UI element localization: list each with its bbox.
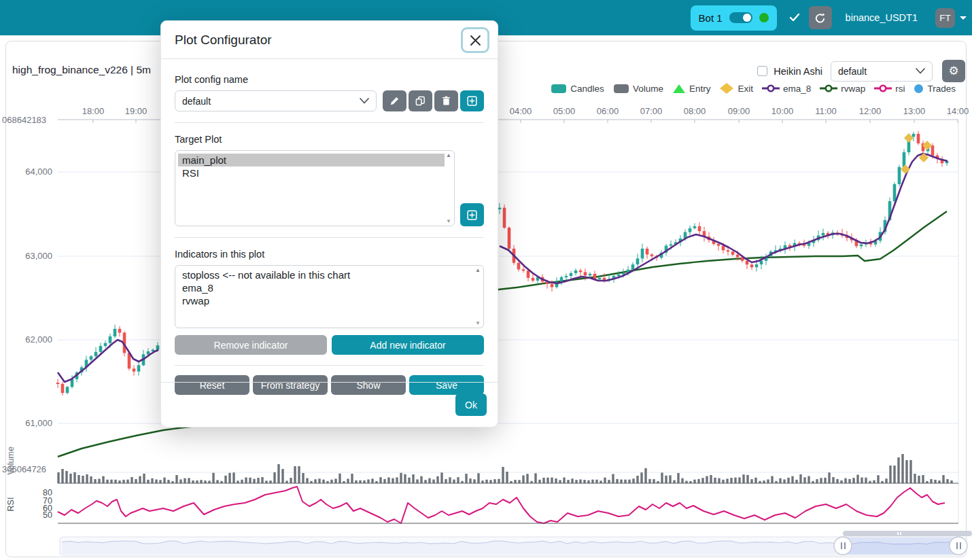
target-plot-item[interactable]: main_plot [178, 154, 445, 167]
volume-bar [347, 478, 349, 483]
volume-bar [861, 478, 863, 483]
target-plot-item[interactable]: RSI [178, 167, 445, 179]
volume-bar [94, 479, 96, 483]
legend-item-ema_8[interactable]: ema_8 [762, 84, 811, 94]
legend-item-rsi[interactable]: rsi [874, 84, 905, 94]
time-tick-label: 11:00 [815, 106, 837, 116]
candle-body [574, 270, 578, 273]
chart-legend: CandlesVolumeEntryExitema_8rvwaprsiTrade… [551, 83, 956, 94]
volume-axis-title: Volume [6, 447, 16, 475]
volume-bar [57, 472, 59, 483]
volume-bar [787, 478, 789, 483]
scroll-down-icon[interactable]: ▼ [475, 320, 481, 326]
plot-config-select[interactable]: default [831, 61, 933, 82]
line-marker-icon [820, 84, 837, 93]
edit-config-button[interactable] [383, 90, 406, 111]
volume-bar [779, 478, 781, 483]
bot-selector[interactable]: Bot 1 [691, 5, 777, 31]
volume-bar [901, 454, 903, 483]
refresh-button[interactable] [809, 6, 832, 29]
legend-label: Candles [570, 84, 604, 94]
volume-bar [179, 479, 181, 483]
heikin-ashi-checkbox[interactable] [757, 66, 767, 76]
edge-price-label: 068642183 [2, 115, 46, 125]
volume-bar [559, 480, 561, 483]
delete-config-button[interactable] [434, 90, 458, 111]
candle-body [508, 228, 511, 249]
indicators-listbox[interactable]: ▲▼ stoploss <-- not available in this ch… [175, 265, 484, 328]
trash-icon [441, 96, 451, 106]
time-tick-label: 07:00 [640, 106, 663, 116]
legend-label: ema_8 [783, 84, 811, 94]
add-target-plot-button[interactable] [460, 203, 484, 226]
volume-bar [681, 478, 683, 483]
scroll-up-icon[interactable]: ▲ [446, 152, 451, 158]
price-tick-label: 64,000 [25, 167, 52, 177]
remove-indicator-button[interactable]: Remove indicator [175, 335, 327, 355]
volume-bar [808, 476, 810, 483]
target-plot-listbox[interactable]: ▲▼ main_plotRSI [175, 150, 455, 226]
candle-body [56, 383, 60, 384]
price-tick-label: 61,000 [25, 418, 52, 428]
scrollbar[interactable]: ▲▼ [474, 267, 482, 326]
volume-bar [212, 473, 214, 483]
chevron-down-icon[interactable] [960, 16, 967, 20]
exit-marker [901, 164, 910, 174]
volume-bar [196, 480, 198, 483]
volume-bar [147, 480, 149, 483]
add-config-button[interactable] [460, 90, 484, 111]
rsi-line [58, 487, 945, 523]
volume-bar [502, 467, 504, 483]
volume-bar [404, 474, 406, 483]
copy-icon [415, 96, 426, 106]
ok-button[interactable]: Ok [455, 393, 487, 416]
indicator-item[interactable]: rvwap [178, 294, 474, 307]
candle-body [133, 368, 136, 371]
volume-bar [591, 480, 593, 483]
legend-item-candles[interactable]: Candles [551, 84, 604, 94]
candle-body [727, 250, 730, 251]
legend-item-rvwap[interactable]: rvwap [820, 84, 865, 94]
volume-bar [249, 478, 251, 483]
volume-bar [334, 478, 336, 483]
plot-config-name-label: Plot config name [175, 74, 484, 85]
volume-bar [65, 471, 67, 483]
navigator-handle[interactable] [950, 537, 967, 555]
legend-item-volume[interactable]: Volume [613, 84, 663, 94]
legend-item-trades[interactable]: Trades [914, 84, 956, 94]
volume-bar [767, 479, 769, 483]
indicator-item[interactable]: stoploss <-- not available in this chart [178, 268, 474, 281]
ema8-line [500, 154, 948, 283]
volume-bar [135, 479, 137, 483]
scroll-down-icon[interactable]: ▼ [446, 218, 451, 224]
bot-toggle[interactable] [729, 12, 752, 23]
volume-bar [836, 479, 838, 483]
duplicate-config-button[interactable] [409, 90, 432, 111]
user-avatar[interactable]: FT [935, 8, 955, 28]
plot-config-name-select[interactable]: default [175, 90, 377, 111]
volume-bar [440, 472, 442, 483]
legend-item-exit[interactable]: Exit [719, 83, 753, 94]
volume-bar [477, 473, 479, 483]
chart-settings-button[interactable]: ⚙ [942, 60, 965, 82]
scrollbar[interactable]: ▲▼ [445, 152, 453, 224]
time-tick-label: 19:00 [125, 106, 147, 116]
plot-config-name-value: default [182, 96, 211, 107]
add-new-indicator-button[interactable]: Add new indicator [332, 335, 484, 355]
volume-bar [228, 473, 230, 483]
volume-bar [139, 476, 141, 483]
indicator-item[interactable]: ema_8 [178, 281, 474, 294]
scroll-up-icon[interactable]: ▲ [475, 267, 481, 273]
candle-body [109, 336, 112, 343]
candle-body [156, 345, 160, 349]
legend-item-entry[interactable]: Entry [672, 84, 711, 94]
volume-bar [159, 480, 161, 483]
volume-bar [612, 474, 614, 483]
volume-bar [551, 478, 553, 483]
candle-body [731, 251, 735, 255]
volume-bar [298, 466, 300, 483]
navigator-handle[interactable] [834, 537, 852, 555]
volume-bar [261, 477, 263, 483]
volume-bar [216, 480, 218, 483]
close-button[interactable] [461, 27, 489, 53]
